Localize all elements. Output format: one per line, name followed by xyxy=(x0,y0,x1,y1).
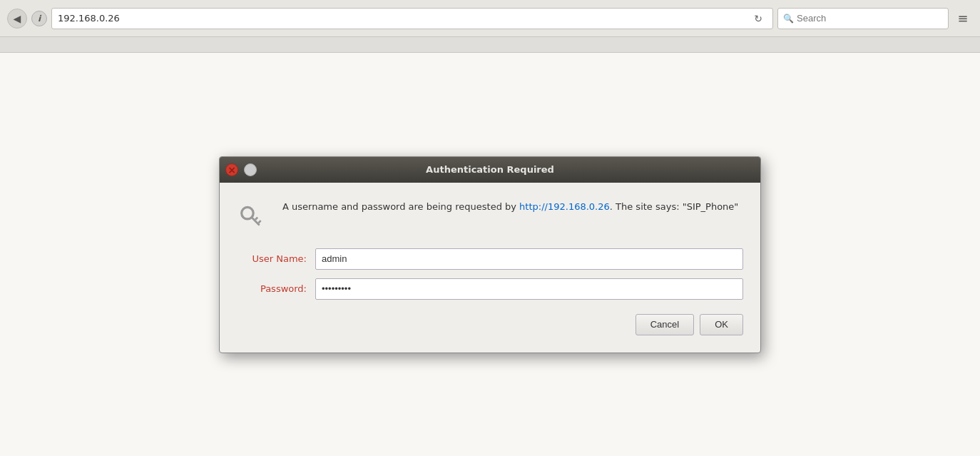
message-part2: . The site says: "SIP_Phone" xyxy=(610,201,739,212)
password-label: Password: xyxy=(237,283,315,294)
address-bar[interactable]: 192.168.0.26 ↻ xyxy=(51,8,773,29)
key-icon xyxy=(237,197,271,231)
password-row: Password: xyxy=(237,278,743,300)
key-svg xyxy=(238,198,270,230)
menu-button[interactable]: ≡ xyxy=(953,9,973,29)
menu-icon: ≡ xyxy=(957,11,968,26)
message-link[interactable]: http://192.168.0.26 xyxy=(519,201,610,212)
dialog-body: A username and password are being reques… xyxy=(220,183,760,353)
reload-button[interactable]: ↻ xyxy=(750,10,767,27)
dialog-message: A username and password are being reques… xyxy=(282,197,738,214)
info-icon: i xyxy=(38,14,41,24)
back-button[interactable]: ◀ xyxy=(7,9,27,29)
username-label: User Name: xyxy=(237,253,315,264)
username-row: User Name: xyxy=(237,248,743,270)
browser-chrome: ◀ i 192.168.0.26 ↻ 🔍 ≡ xyxy=(0,0,980,37)
address-text: 192.168.0.26 xyxy=(58,13,750,24)
cancel-button[interactable]: Cancel xyxy=(636,314,694,335)
search-input[interactable] xyxy=(777,8,949,29)
back-icon: ◀ xyxy=(14,13,21,24)
ok-button[interactable]: OK xyxy=(700,314,743,335)
dialog-buttons: Cancel OK xyxy=(237,314,743,338)
page-content: Authentication Required xyxy=(0,53,980,456)
reload-icon: ↻ xyxy=(754,13,762,24)
username-input[interactable] xyxy=(315,248,743,270)
message-part1: A username and password are being reques… xyxy=(282,201,519,212)
dialog-titlebar: Authentication Required xyxy=(220,157,760,183)
dialog-close-button[interactable] xyxy=(225,163,238,176)
auth-dialog: Authentication Required xyxy=(219,156,761,353)
dialog-info-row: A username and password are being reques… xyxy=(237,197,743,231)
dialog-title: Authentication Required xyxy=(426,164,554,175)
dialog-icon-button[interactable] xyxy=(244,163,257,176)
info-button[interactable]: i xyxy=(31,11,47,26)
search-bar-wrapper: 🔍 xyxy=(777,8,949,29)
password-input[interactable] xyxy=(315,278,743,300)
tab-bar xyxy=(0,37,980,53)
dialog-overlay: Authentication Required xyxy=(0,53,980,456)
svg-rect-1 xyxy=(250,216,260,226)
